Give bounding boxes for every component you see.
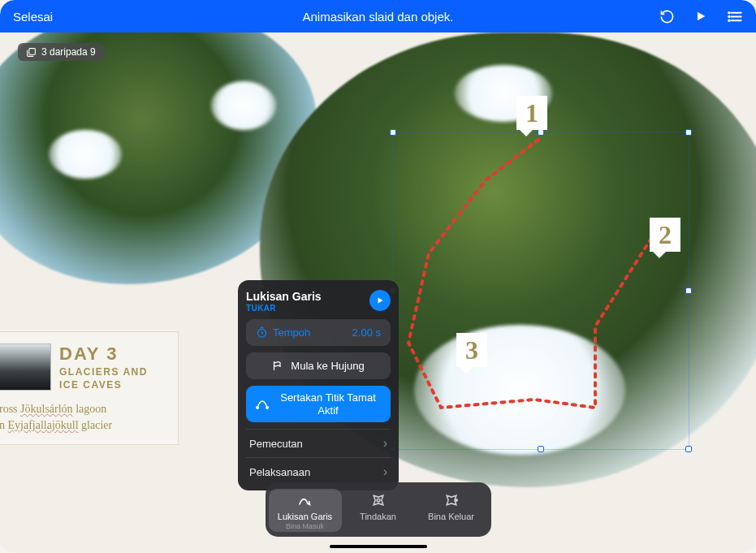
path-icon xyxy=(256,398,269,411)
home-indicator[interactable] xyxy=(330,545,427,548)
chevron-right-icon: › xyxy=(383,436,387,451)
toolbar-title: Animasikan slaid dan objek. xyxy=(0,10,756,24)
day-thumbnail xyxy=(0,343,51,391)
direction-label: Mula ke Hujung xyxy=(291,360,364,372)
direction-row[interactable]: Mula ke Hujung xyxy=(246,352,391,379)
svg-point-10 xyxy=(257,406,259,408)
play-icon xyxy=(375,296,385,305)
build-out-icon xyxy=(418,490,485,510)
change-animation-button[interactable]: TUKAR xyxy=(246,304,322,313)
marker-2-label: 2 xyxy=(659,220,672,250)
build-out-label: Bina Keluar xyxy=(418,512,485,521)
resize-handle-br[interactable] xyxy=(685,446,692,452)
duration-row[interactable]: Tempoh 2.00 s xyxy=(246,319,391,346)
delivery-row[interactable]: Pelaksanaan › xyxy=(246,457,391,486)
map-marker-1[interactable]: 1 xyxy=(516,96,547,130)
svg-marker-12 xyxy=(369,491,387,509)
day-card-header: DAY 3 GLACIERS AND ICE CAVES xyxy=(0,343,166,391)
build-in-label: Lukisan Garis xyxy=(272,512,339,521)
svg-point-13 xyxy=(377,499,380,502)
animation-inspector: Lukisan Garis TUKAR Tempoh 2.00 s Mula k… xyxy=(238,280,399,490)
build-in-icon xyxy=(272,490,339,510)
action-icon xyxy=(345,490,412,510)
resize-handle-tm[interactable] xyxy=(538,129,544,136)
toolbar-right xyxy=(659,8,743,24)
svg-point-11 xyxy=(266,406,269,408)
day-info-card[interactable]: DAY 3 GLACIERS AND ICE CAVES ross Jökuls… xyxy=(0,331,179,445)
slides-icon xyxy=(26,47,37,58)
resize-handle-mr[interactable] xyxy=(685,287,692,294)
selection-frame[interactable] xyxy=(392,132,689,450)
svg-marker-8 xyxy=(378,298,383,304)
toolbar: Selesai Animasikan slaid dan objek. xyxy=(0,0,756,32)
day-body-text: ross Jökulsárlón lagoon n Eyjafjallajöku… xyxy=(0,401,166,433)
build-in-sublabel: Bina Masuk xyxy=(272,522,339,530)
clock-icon xyxy=(256,326,268,339)
map-marker-3[interactable]: 3 xyxy=(456,333,487,367)
acceleration-label: Pemecutan xyxy=(249,438,303,450)
build-out-tab[interactable]: Bina Keluar xyxy=(415,489,488,532)
day-subtitle: GLACIERS AND ICE CAVES xyxy=(59,366,166,391)
include-endpoint-label: Sertakan Titik Tamat Aktif xyxy=(275,391,381,417)
map-marker-2[interactable]: 2 xyxy=(650,218,680,252)
flag-icon xyxy=(272,360,284,372)
marker-3-label: 3 xyxy=(465,335,478,365)
slide-counter-chip[interactable]: 3 daripada 9 xyxy=(18,43,104,61)
build-in-tab[interactable]: Lukisan Garis Bina Masuk xyxy=(269,489,342,532)
svg-rect-7 xyxy=(29,48,36,54)
include-endpoint-row[interactable]: Sertakan Titik Tamat Aktif xyxy=(246,386,391,422)
duration-value: 2.00 s xyxy=(352,326,381,339)
done-button[interactable]: Selesai xyxy=(13,10,53,24)
animation-type-toolbar: Lukisan Garis Bina Masuk Tindakan Bina K… xyxy=(266,482,491,537)
svg-marker-0 xyxy=(698,12,705,21)
play-icon[interactable] xyxy=(693,8,709,24)
glacier-nw2 xyxy=(211,81,276,130)
list-icon[interactable] xyxy=(727,8,743,24)
resize-handle-tl[interactable] xyxy=(390,129,396,136)
svg-point-6 xyxy=(728,19,730,21)
resize-handle-tr[interactable] xyxy=(685,129,692,136)
svg-point-4 xyxy=(728,11,730,13)
slide-counter-text: 3 daripada 9 xyxy=(41,46,96,58)
day-title: DAY 3 xyxy=(59,343,166,365)
animation-name: Lukisan Garis xyxy=(246,290,322,303)
action-tab[interactable]: Tindakan xyxy=(342,489,415,532)
preview-button[interactable] xyxy=(369,290,391,311)
action-label: Tindakan xyxy=(345,512,412,521)
resize-handle-bm[interactable] xyxy=(538,446,544,452)
marker-1-label: 1 xyxy=(525,98,538,128)
acceleration-row[interactable]: Pemecutan › xyxy=(246,429,391,457)
chevron-right-icon: › xyxy=(383,464,387,479)
duration-label: Tempoh xyxy=(273,326,310,339)
undo-icon[interactable] xyxy=(659,8,675,24)
svg-point-5 xyxy=(728,15,730,17)
glacier-nw xyxy=(49,130,122,179)
delivery-label: Pelaksanaan xyxy=(249,466,310,478)
